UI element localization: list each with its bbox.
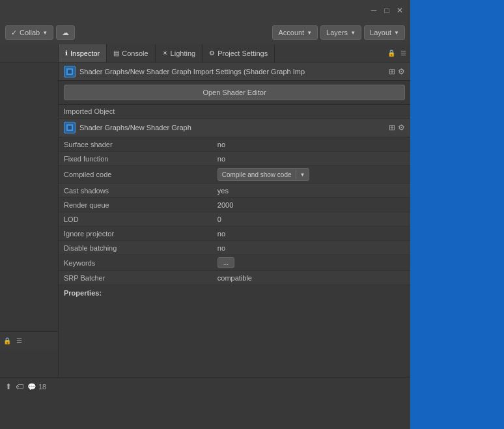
message-count-value: 18 — [38, 383, 46, 391]
table-row: Ignore projector no — [59, 227, 410, 241]
svg-rect-1 — [68, 70, 72, 74]
shader-graph-icon — [64, 66, 76, 77]
bottom-bar-inner: ⬆ 🏷 💬 18 — [0, 378, 410, 396]
bottom-message-count: 💬 18 — [27, 383, 46, 391]
layers-label: Layers — [326, 29, 348, 36]
lighting-tab-label: Lighting — [171, 49, 196, 57]
import-settings-title: Shader Graphs/New Shader Graph Import Se… — [79, 68, 385, 76]
tab-console[interactable]: ▤ Console — [107, 44, 155, 62]
tab-bar: ℹ Inspector ▤ Console ☀ Lighting ⚙ Proje… — [0, 44, 410, 62]
collab-label: Collab — [20, 29, 40, 36]
toolbar: ✓ Collab ▼ ☁ Account ▼ Layers ▼ Layout ▼ — [0, 21, 410, 44]
layout-caret-icon: ▼ — [394, 30, 399, 36]
collab-caret-icon: ▼ — [42, 30, 48, 36]
console-tab-label: Console — [122, 49, 148, 57]
table-row: Fixed function no — [59, 152, 410, 166]
right-panel — [410, 0, 504, 429]
inspector-icon: ℹ — [65, 49, 68, 57]
table-row: LOD 0 — [59, 212, 410, 227]
table-row: Compiled code Compile and show code ▼ — [59, 166, 410, 184]
properties-table: Surface shader no Fixed function no Comp… — [59, 137, 410, 285]
project-settings-tab-label: Project Settings — [217, 49, 268, 57]
cloud-icon: ☁ — [62, 29, 69, 37]
layers-caret-icon: ▼ — [350, 30, 356, 36]
table-row: SRP Batcher compatible — [59, 271, 410, 285]
open-shader-editor-button[interactable]: Open Shader Editor — [64, 85, 405, 100]
collab-checkmark-icon: ✓ — [11, 29, 17, 37]
compiled-code-dropdown[interactable]: Compile and show code ▼ — [217, 168, 310, 181]
open-btn-row: Open Shader Editor — [59, 81, 410, 105]
table-row: Keywords ... — [59, 255, 410, 271]
layout-label: Layout — [370, 29, 391, 36]
table-row: Render queue 2000 — [59, 198, 410, 212]
panel-lock-icon[interactable]: 🔒 — [387, 49, 396, 58]
dropdown-arrow-icon: ▼ — [300, 172, 305, 178]
properties-footer-label: Properties: — [59, 285, 410, 301]
layers-button[interactable]: Layers ▼ — [320, 25, 361, 40]
title-bar: ─ □ ✕ — [0, 0, 410, 21]
bottom-upload-icon[interactable]: ⬆ — [5, 382, 12, 391]
settings-gear-icon[interactable]: ⚙ — [398, 67, 405, 76]
close-button[interactable]: ✕ — [395, 5, 405, 16]
account-label: Account — [278, 29, 304, 36]
copy-icon[interactable]: ⊞ — [389, 67, 395, 76]
bottom-menu-icon[interactable]: ☰ — [14, 337, 23, 346]
object-copy-icon[interactable]: ⊞ — [389, 123, 395, 132]
svg-rect-3 — [68, 126, 72, 130]
bottom-status-bar: ⬆ 🏷 💬 18 — [0, 377, 410, 429]
imported-shader-icon — [64, 122, 76, 133]
console-icon: ▤ — [113, 49, 119, 57]
imported-object-row: Shader Graphs/New Shader Graph ⊞ ⚙ — [59, 118, 410, 137]
left-panel-icons-bottom: 🔒 ☰ — [0, 331, 59, 350]
layout-button[interactable]: Layout ▼ — [364, 25, 405, 40]
imported-object-section-header: Imported Object — [59, 105, 410, 118]
table-row: Cast shadows yes — [59, 184, 410, 198]
settings-icon: ⚙ — [209, 49, 215, 57]
bottom-lock-icon[interactable]: 🔒 — [3, 337, 12, 346]
cloud-button[interactable]: ☁ — [56, 25, 75, 40]
tab-lighting[interactable]: ☀ Lighting — [156, 44, 203, 62]
panel-menu-icon[interactable]: ☰ — [399, 49, 408, 58]
inspector-tab-label: Inspector — [70, 49, 100, 57]
account-caret-icon: ▼ — [307, 30, 312, 36]
keywords-button[interactable]: ... — [217, 257, 234, 268]
table-row: Disable batching no — [59, 241, 410, 255]
object-gear-icon[interactable]: ⚙ — [398, 123, 405, 132]
content-area: Shader Graphs/New Shader Graph Import Se… — [59, 62, 410, 429]
speech-bubble-icon: 💬 — [27, 383, 36, 391]
bottom-tag-icon[interactable]: 🏷 — [16, 382, 23, 391]
left-sidebar — [0, 62, 59, 429]
compiled-code-label: Compile and show code — [222, 171, 292, 178]
minimize-button[interactable]: ─ — [369, 5, 379, 16]
imported-object-name: Shader Graphs/New Shader Graph — [79, 124, 385, 131]
table-row: Surface shader no — [59, 137, 410, 152]
tab-project-settings[interactable]: ⚙ Project Settings — [203, 44, 275, 62]
account-button[interactable]: Account ▼ — [272, 25, 318, 40]
tab-inspector[interactable]: ℹ Inspector — [59, 44, 107, 62]
import-header: Shader Graphs/New Shader Graph Import Se… — [59, 62, 410, 81]
lighting-icon: ☀ — [162, 49, 168, 57]
maximize-button[interactable]: □ — [382, 5, 392, 16]
collab-button[interactable]: ✓ Collab ▼ — [5, 25, 53, 40]
dropdown-separator — [296, 170, 296, 179]
